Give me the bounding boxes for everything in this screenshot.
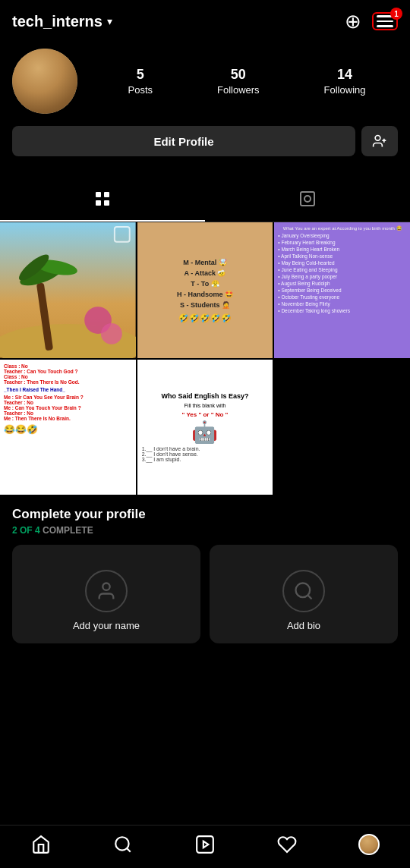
svg-rect-23: [197, 836, 213, 853]
svg-point-21: [115, 837, 128, 850]
reels-icon: [195, 835, 215, 854]
tab-grid[interactable]: [0, 181, 205, 222]
svg-rect-4: [104, 192, 109, 197]
post2-line1: M - Mental 🤯: [183, 259, 227, 266]
post3-nov: • November Being Flirty: [278, 301, 406, 307]
edit-profile-button[interactable]: Edit Profile: [12, 126, 355, 156]
notification-badge: 1: [390, 8, 402, 20]
followers-stat[interactable]: 50 Followers: [217, 67, 260, 96]
nav-search[interactable]: [104, 833, 142, 856]
complete-card-bio[interactable]: Add bio: [210, 545, 398, 643]
posts-count: 5: [137, 67, 144, 83]
tab-tagged[interactable]: [205, 181, 410, 222]
svg-point-0: [375, 136, 380, 141]
tagged-icon: [298, 190, 317, 212]
add-person-button[interactable]: [361, 126, 398, 156]
bottom-nav: [0, 825, 410, 868]
post2-emojis: 🤣🤣🤣🤣🤣: [178, 313, 232, 323]
header-left: tech_interns ▾: [12, 13, 112, 30]
post3-jun: • June Eating and Sleeping: [278, 267, 406, 272]
post4-line4: Teacher : Then There Is No God.: [4, 379, 132, 385]
svg-rect-6: [104, 200, 109, 206]
post4-line6: Me : Sir Can You See Your Brain ?: [4, 395, 132, 400]
stats-row: 5 Posts 50 Followers 14 Following: [96, 67, 398, 96]
svg-point-16: [101, 323, 122, 344]
post4-line8: Me : Can You Touch Your Brain ?: [4, 405, 132, 410]
post5-minion: 🤖: [191, 420, 218, 445]
add-bio-label: Add bio: [287, 620, 320, 631]
following-stat[interactable]: 14 Following: [324, 67, 366, 96]
post3-jul: • July Being a party pooper: [278, 274, 406, 279]
post-grid: M - Mental 🤯 A - Attack 🤕 T - To 😤 H - H…: [0, 222, 410, 495]
post4-line1: Class : No: [4, 363, 132, 369]
svg-point-8: [304, 196, 311, 202]
search-icon: [113, 835, 133, 854]
action-row: Edit Profile: [12, 126, 398, 156]
complete-progress-suffix: COMPLETE: [40, 525, 93, 536]
post3-dec: • December Taking long showers: [278, 308, 406, 313]
svg-point-18: [102, 583, 109, 590]
post4-line2: Teacher : Can You Touch God ?: [4, 369, 132, 374]
post-cell-2[interactable]: M - Mental 🤯 A - Attack 🤕 T - To 😤 H - H…: [137, 222, 273, 358]
post2-line3: T - To 😤: [191, 280, 219, 288]
followers-count: 50: [231, 67, 246, 83]
nav-profile[interactable]: [350, 833, 388, 856]
avatar[interactable]: [12, 49, 77, 114]
nav-reels[interactable]: [186, 833, 224, 856]
post4-line3: Class : No: [4, 374, 132, 379]
svg-line-20: [308, 596, 311, 599]
post-cell-4[interactable]: Class : No Teacher : Can You Touch God ?…: [0, 360, 136, 495]
username-text: tech_interns: [12, 13, 102, 30]
post5-options: 1.__ I don't have a brain. 2.__ I don't …: [142, 446, 269, 462]
post3-aug: • August Being Rudolph: [278, 281, 406, 286]
post4-line9: Teacher : No: [4, 410, 132, 416]
post3-sep: • September Being Deceived: [278, 288, 406, 293]
post2-line4: H - Handsome 🤩: [177, 291, 233, 298]
post4-line10: Me : Then There Is No Brain.: [4, 416, 132, 421]
posts-stat[interactable]: 5 Posts: [128, 67, 153, 96]
post3-jan: • January Oversleeping: [278, 233, 406, 238]
complete-title: Complete your profile: [12, 507, 398, 522]
svg-marker-24: [203, 841, 209, 848]
header: tech_interns ▾ ⊕ 1: [0, 0, 410, 42]
header-right: ⊕ 1: [345, 11, 398, 31]
post2-line5: S - Students 🤦: [180, 301, 230, 309]
chevron-down-icon[interactable]: ▾: [107, 15, 112, 27]
post3-mar: • March Being Heart Broken: [278, 247, 406, 252]
menu-button[interactable]: 1: [372, 12, 398, 30]
add-bio-icon: [282, 570, 325, 612]
post3-oct: • October Trusting everyone: [278, 294, 406, 300]
nav-home[interactable]: [22, 833, 60, 856]
grid-icon: [93, 190, 112, 212]
post5-subtitle: Fill this blank with: [184, 403, 226, 408]
add-name-icon: [85, 570, 128, 612]
complete-card-name[interactable]: Add your name: [12, 545, 200, 643]
following-count: 14: [337, 67, 352, 83]
post3-feb: • February Heart Breaking: [278, 240, 406, 245]
complete-progress-done: 2 OF 4: [12, 525, 40, 536]
post-cell-3[interactable]: What You are an expert at According to y…: [274, 222, 410, 358]
avatar-image: [12, 49, 77, 114]
svg-rect-5: [96, 200, 101, 206]
add-name-label: Add your name: [73, 620, 140, 631]
post2-line2: A - Attack 🤕: [184, 269, 226, 277]
profile-section: 5 Posts 50 Followers 14 Following Edit P…: [0, 42, 410, 168]
post-cell-1[interactable]: [0, 222, 136, 358]
profile-row: 5 Posts 50 Followers 14 Following: [12, 49, 398, 114]
post4-line7: Teacher : No: [4, 400, 132, 405]
add-post-icon[interactable]: ⊕: [345, 11, 361, 31]
svg-point-19: [296, 583, 311, 598]
post5-title: Who Said English Is Easy?: [161, 392, 248, 400]
followers-label: Followers: [217, 84, 260, 96]
complete-progress: 2 OF 4 COMPLETE: [12, 525, 398, 536]
following-label: Following: [324, 84, 366, 96]
post4-emojis: 😂😂🤣: [4, 424, 132, 435]
svg-line-22: [127, 848, 131, 852]
svg-rect-7: [301, 192, 314, 206]
post3-title: What You are an expert at According to y…: [278, 225, 406, 231]
post3-apr: • April Talking Non-sense: [278, 253, 406, 259]
home-icon: [31, 835, 51, 854]
post-cell-5[interactable]: Who Said English Is Easy? Fill this blan…: [137, 360, 273, 495]
nav-activity[interactable]: [268, 833, 306, 856]
add-person-icon: [372, 134, 387, 149]
